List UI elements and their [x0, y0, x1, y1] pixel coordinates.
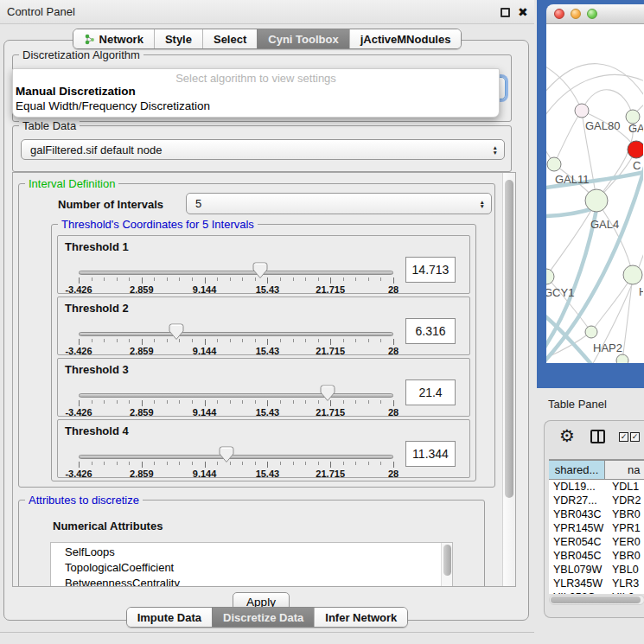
threshold-value-field[interactable]: 11.344: [405, 441, 456, 467]
table-row[interactable]: YLR345WYLR3: [549, 577, 644, 590]
table-cell: YDR2: [605, 494, 644, 507]
table-row[interactable]: YDL19...YDL1: [549, 480, 644, 494]
slider-track[interactable]: [79, 455, 393, 459]
tick-mark: [368, 400, 369, 404]
table-cell: YBR045C: [549, 549, 605, 563]
network-node[interactable]: [616, 354, 628, 363]
tick-mark: [230, 400, 231, 404]
tab-jactivemnodules[interactable]: jActiveMNodules: [349, 29, 462, 48]
tick-label: 9.144: [193, 284, 217, 295]
tick-mark: [267, 462, 268, 468]
node-label: GAL11: [555, 173, 590, 186]
slider-thumb[interactable]: [320, 385, 335, 402]
attribute-item[interactable]: TopologicalCoefficient: [65, 560, 452, 576]
checkbox-icon[interactable]: ✓: [630, 432, 640, 442]
checkbox-icon[interactable]: ✓: [619, 432, 628, 442]
table-row[interactable]: YER054CYER0: [549, 535, 644, 549]
network-window-titlebar[interactable]: [546, 4, 644, 24]
columns-icon[interactable]: [590, 430, 605, 443]
tick-label: 28: [388, 346, 399, 356]
list-scrollbar-thumb[interactable]: [443, 545, 451, 576]
column-header-name[interactable]: na: [605, 460, 644, 480]
tick-mark: [192, 277, 193, 281]
network-canvas[interactable]: GAL80GACGAL11GAL4GCY1HHAP2: [546, 24, 644, 363]
tick-mark: [129, 462, 130, 465]
slider-track[interactable]: [79, 393, 393, 398]
network-node-gal11[interactable]: [547, 157, 561, 171]
table-data-combobox[interactable]: galFiltered.sif default node ▲▼: [21, 139, 505, 160]
tab-impute-data[interactable]: Impute Data: [127, 608, 212, 627]
tick-label: 2.859: [130, 284, 154, 295]
slider-thumb[interactable]: [252, 262, 268, 279]
attribute-items: SelfLoopsTopologicalCoefficientBetweenne…: [51, 543, 452, 587]
tick-mark: [368, 339, 369, 342]
tick-mark: [104, 339, 105, 342]
close-icon[interactable]: ✖: [518, 4, 528, 20]
table-row[interactable]: YIL052CYIL0: [549, 590, 644, 594]
attribute-item[interactable]: SelfLoops: [65, 545, 452, 560]
tab-cyni-toolbox[interactable]: Cyni Toolbox: [257, 29, 348, 48]
vertical-scrollbar-thumb[interactable]: [505, 180, 513, 498]
tick-mark: [330, 339, 331, 345]
popup-option-equal-width-frequency-discretization[interactable]: Equal Width/Frequency Discretization: [13, 99, 499, 113]
tab-network[interactable]: Network: [73, 29, 154, 48]
num-intervals-combobox[interactable]: 5 ▲▼: [186, 193, 492, 214]
tick-label: 2.859: [130, 407, 154, 418]
attribute-item[interactable]: BetweennessCentrality: [65, 576, 452, 587]
table-row[interactable]: YBL079WYBL0: [549, 563, 644, 577]
tab-infer-network[interactable]: Infer Network: [314, 608, 407, 627]
table-row[interactable]: YPR145WYPR1: [549, 521, 644, 535]
tab-discretize-data[interactable]: Discretize Data: [212, 608, 314, 627]
table-row[interactable]: YBR043CYBR0: [549, 507, 644, 521]
network-graph[interactable]: GAL80GACGAL11GAL4GCY1HHAP2: [546, 24, 643, 363]
table-row[interactable]: YDR27...YDR2: [549, 494, 644, 507]
table-panel-header: Table Panel: [534, 388, 644, 420]
table-cell: YER054C: [549, 535, 605, 549]
horizontal-scrollbar-thumb[interactable]: [551, 596, 641, 603]
column-header-shared-name[interactable]: shared...: [549, 460, 605, 480]
threshold-label: Threshold 4: [65, 424, 129, 437]
slider-track[interactable]: [79, 332, 393, 336]
tick-label: 15.43: [256, 469, 280, 479]
minimize-window-icon[interactable]: [571, 9, 581, 19]
popup-option-manual-discretization[interactable]: Manual Discretization: [13, 84, 499, 99]
vertical-scrollbar[interactable]: [502, 173, 515, 586]
tab-style[interactable]: Style: [154, 29, 202, 48]
tick-mark: [305, 339, 306, 342]
numerical-attributes-list[interactable]: SelfLoopsTopologicalCoefficientBetweenne…: [50, 542, 453, 587]
list-scrollbar[interactable]: [441, 543, 452, 587]
tick-mark: [230, 277, 231, 281]
float-window-icon[interactable]: [501, 8, 510, 17]
threshold-value-field[interactable]: 21.4: [405, 379, 456, 405]
tick-mark: [217, 277, 218, 281]
network-node-gal4[interactable]: [585, 189, 608, 212]
network-node-hap2[interactable]: [585, 326, 597, 338]
close-window-icon[interactable]: [554, 9, 564, 19]
tick-mark: [280, 339, 281, 342]
slider-tick-labels: -3.4262.8599.14415.4321.71528: [79, 346, 393, 356]
tick-mark: [242, 339, 243, 342]
threshold-value-field[interactable]: 14.713: [405, 257, 456, 283]
top-tab-segments: NetworkStyleSelectCyni ToolboxjActiveMNo…: [73, 29, 462, 49]
slider-track[interactable]: [79, 271, 393, 275]
tick-mark: [92, 462, 92, 465]
slider-thumb[interactable]: [219, 446, 234, 463]
group-title-attributes: Attributes to discretize: [25, 494, 143, 507]
table-row[interactable]: YBR045CYBR0: [549, 549, 644, 563]
tick-mark: [142, 339, 143, 345]
network-node-h[interactable]: [623, 265, 642, 284]
tick-label: 21.715: [316, 346, 345, 356]
gear-icon[interactable]: ⚙: [559, 425, 575, 446]
tick-mark: [343, 277, 344, 281]
tick-mark: [142, 462, 143, 468]
threshold-value-field[interactable]: 6.316: [405, 318, 456, 344]
tick-mark: [129, 277, 130, 281]
maximize-window-icon[interactable]: [587, 9, 597, 19]
network-node-gcy1[interactable]: [546, 269, 554, 284]
horizontal-scrollbar[interactable]: [549, 595, 644, 605]
tab-select[interactable]: Select: [202, 29, 257, 48]
network-node-c[interactable]: [628, 141, 643, 158]
network-node-gal80[interactable]: [575, 104, 589, 118]
node-label: GAL4: [590, 218, 619, 231]
slider-thumb[interactable]: [169, 323, 184, 341]
